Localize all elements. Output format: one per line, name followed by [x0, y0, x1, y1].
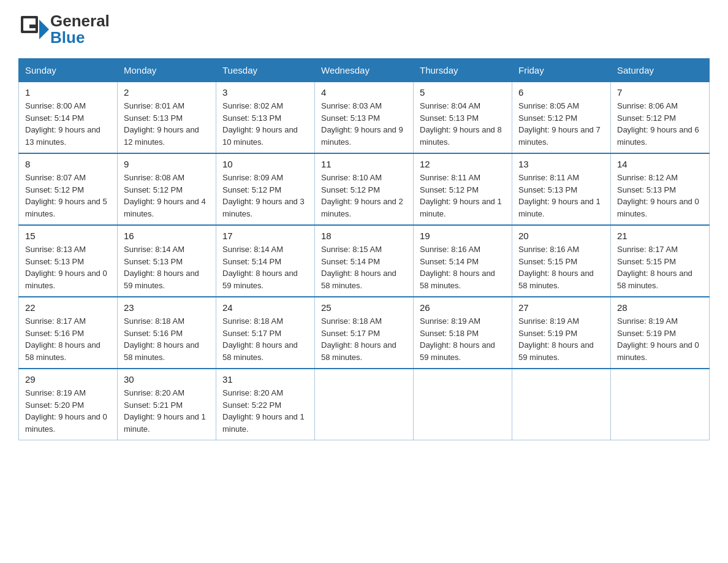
day-info: Sunrise: 8:01 AMSunset: 5:13 PMDaylight:… [124, 100, 210, 148]
day-info: Sunrise: 8:00 AMSunset: 5:14 PMDaylight:… [25, 100, 111, 148]
calendar-cell: 19Sunrise: 8:16 AMSunset: 5:14 PMDayligh… [414, 225, 512, 297]
calendar-cell: 18Sunrise: 8:15 AMSunset: 5:14 PMDayligh… [315, 225, 414, 297]
day-number: 4 [321, 87, 407, 98]
day-number: 21 [617, 231, 703, 241]
calendar-cell: 8Sunrise: 8:07 AMSunset: 5:12 PMDaylight… [19, 153, 118, 225]
day-header-monday: Monday [118, 59, 216, 82]
day-info: Sunrise: 8:19 AMSunset: 5:20 PMDaylight:… [25, 387, 111, 435]
day-info: Sunrise: 8:19 AMSunset: 5:18 PMDaylight:… [420, 315, 506, 363]
day-number: 29 [25, 374, 111, 385]
calendar-cell: 9Sunrise: 8:08 AMSunset: 5:12 PMDaylight… [118, 153, 216, 225]
day-info: Sunrise: 8:06 AMSunset: 5:12 PMDaylight:… [617, 100, 703, 148]
calendar-cell: 7Sunrise: 8:06 AMSunset: 5:12 PMDaylight… [611, 82, 710, 154]
day-info: Sunrise: 8:19 AMSunset: 5:19 PMDaylight:… [617, 315, 703, 363]
day-number: 14 [617, 159, 703, 169]
day-info: Sunrise: 8:16 AMSunset: 5:15 PMDaylight:… [518, 243, 604, 291]
calendar-week-2: 8Sunrise: 8:07 AMSunset: 5:12 PMDaylight… [19, 153, 710, 225]
calendar-cell: 11Sunrise: 8:10 AMSunset: 5:12 PMDayligh… [315, 153, 414, 225]
day-info: Sunrise: 8:07 AMSunset: 5:12 PMDaylight:… [25, 172, 111, 220]
logo-blue-text: Blue [50, 29, 110, 47]
calendar-cell [611, 369, 710, 440]
day-info: Sunrise: 8:18 AMSunset: 5:17 PMDaylight:… [222, 315, 308, 363]
calendar-cell: 1Sunrise: 8:00 AMSunset: 5:14 PMDaylight… [19, 82, 118, 154]
day-number: 13 [518, 159, 604, 169]
day-info: Sunrise: 8:11 AMSunset: 5:13 PMDaylight:… [518, 172, 604, 220]
day-info: Sunrise: 8:18 AMSunset: 5:17 PMDaylight:… [321, 315, 407, 363]
day-info: Sunrise: 8:11 AMSunset: 5:12 PMDaylight:… [420, 172, 506, 220]
calendar-cell: 6Sunrise: 8:05 AMSunset: 5:12 PMDaylight… [512, 82, 611, 154]
calendar-cell [512, 369, 611, 440]
day-info: Sunrise: 8:17 AMSunset: 5:15 PMDaylight:… [617, 243, 703, 291]
day-header-sunday: Sunday [19, 59, 118, 82]
day-number: 10 [222, 159, 308, 169]
day-header-wednesday: Wednesday [315, 59, 414, 82]
calendar-cell: 28Sunrise: 8:19 AMSunset: 5:19 PMDayligh… [611, 297, 710, 369]
calendar-cell: 25Sunrise: 8:18 AMSunset: 5:17 PMDayligh… [315, 297, 414, 369]
day-number: 9 [124, 159, 210, 169]
day-number: 23 [124, 302, 210, 313]
day-info: Sunrise: 8:04 AMSunset: 5:13 PMDaylight:… [420, 100, 506, 148]
calendar-cell: 23Sunrise: 8:18 AMSunset: 5:16 PMDayligh… [118, 297, 216, 369]
calendar-cell: 16Sunrise: 8:14 AMSunset: 5:13 PMDayligh… [118, 225, 216, 297]
day-number: 15 [25, 231, 111, 241]
day-number: 7 [617, 87, 703, 98]
calendar-table: SundayMondayTuesdayWednesdayThursdayFrid… [18, 58, 710, 440]
day-number: 17 [222, 231, 308, 241]
day-number: 3 [222, 87, 308, 98]
day-number: 22 [25, 302, 111, 313]
day-info: Sunrise: 8:18 AMSunset: 5:16 PMDaylight:… [124, 315, 210, 363]
calendar-cell: 4Sunrise: 8:03 AMSunset: 5:13 PMDaylight… [315, 82, 414, 154]
day-number: 6 [518, 87, 604, 98]
day-number: 5 [420, 87, 506, 98]
calendar-week-4: 22Sunrise: 8:17 AMSunset: 5:16 PMDayligh… [19, 297, 710, 369]
day-number: 20 [518, 231, 604, 241]
day-info: Sunrise: 8:15 AMSunset: 5:14 PMDaylight:… [321, 243, 407, 291]
calendar-cell: 12Sunrise: 8:11 AMSunset: 5:12 PMDayligh… [414, 153, 512, 225]
calendar-cell: 31Sunrise: 8:20 AMSunset: 5:22 PMDayligh… [216, 369, 315, 440]
calendar-cell: 2Sunrise: 8:01 AMSunset: 5:13 PMDaylight… [118, 82, 216, 154]
day-number: 26 [420, 302, 506, 313]
calendar-cell: 24Sunrise: 8:18 AMSunset: 5:17 PMDayligh… [216, 297, 315, 369]
calendar-cell: 29Sunrise: 8:19 AMSunset: 5:20 PMDayligh… [19, 369, 118, 440]
calendar-cell: 27Sunrise: 8:19 AMSunset: 5:19 PMDayligh… [512, 297, 611, 369]
day-number: 2 [124, 87, 210, 98]
calendar-cell: 13Sunrise: 8:11 AMSunset: 5:13 PMDayligh… [512, 153, 611, 225]
calendar-cell: 30Sunrise: 8:20 AMSunset: 5:21 PMDayligh… [118, 369, 216, 440]
day-number: 31 [222, 374, 308, 385]
calendar-cell: 20Sunrise: 8:16 AMSunset: 5:15 PMDayligh… [512, 225, 611, 297]
logo-general-text: General [50, 12, 110, 30]
day-info: Sunrise: 8:13 AMSunset: 5:13 PMDaylight:… [25, 243, 111, 291]
calendar-cell: 14Sunrise: 8:12 AMSunset: 5:13 PMDayligh… [611, 153, 710, 225]
calendar-cell: 22Sunrise: 8:17 AMSunset: 5:16 PMDayligh… [19, 297, 118, 369]
day-number: 16 [124, 231, 210, 241]
day-info: Sunrise: 8:10 AMSunset: 5:12 PMDaylight:… [321, 172, 407, 220]
calendar-cell: 10Sunrise: 8:09 AMSunset: 5:12 PMDayligh… [216, 153, 315, 225]
day-info: Sunrise: 8:16 AMSunset: 5:14 PMDaylight:… [420, 243, 506, 291]
calendar-cell: 3Sunrise: 8:02 AMSunset: 5:13 PMDaylight… [216, 82, 315, 154]
calendar-cell: 26Sunrise: 8:19 AMSunset: 5:18 PMDayligh… [414, 297, 512, 369]
day-number: 19 [420, 231, 506, 241]
day-number: 18 [321, 231, 407, 241]
svg-marker-3 [39, 20, 49, 39]
calendar-week-1: 1Sunrise: 8:00 AMSunset: 5:14 PMDaylight… [19, 82, 710, 154]
day-header-thursday: Thursday [414, 59, 512, 82]
day-header-friday: Friday [512, 59, 611, 82]
calendar-cell: 17Sunrise: 8:14 AMSunset: 5:14 PMDayligh… [216, 225, 315, 297]
page-header: General Blue [18, 12, 710, 46]
calendar-cell [414, 369, 512, 440]
calendar-week-5: 29Sunrise: 8:19 AMSunset: 5:20 PMDayligh… [19, 369, 710, 440]
calendar-week-3: 15Sunrise: 8:13 AMSunset: 5:13 PMDayligh… [19, 225, 710, 297]
day-number: 24 [222, 302, 308, 313]
day-info: Sunrise: 8:12 AMSunset: 5:13 PMDaylight:… [617, 172, 703, 220]
day-number: 25 [321, 302, 407, 313]
day-number: 8 [25, 159, 111, 169]
day-header-tuesday: Tuesday [216, 59, 315, 82]
calendar-cell: 21Sunrise: 8:17 AMSunset: 5:15 PMDayligh… [611, 225, 710, 297]
day-info: Sunrise: 8:20 AMSunset: 5:22 PMDaylight:… [222, 387, 308, 435]
calendar-cell: 5Sunrise: 8:04 AMSunset: 5:13 PMDaylight… [414, 82, 512, 154]
calendar-cell: 15Sunrise: 8:13 AMSunset: 5:13 PMDayligh… [19, 225, 118, 297]
day-info: Sunrise: 8:09 AMSunset: 5:12 PMDaylight:… [222, 172, 308, 220]
days-header-row: SundayMondayTuesdayWednesdayThursdayFrid… [19, 59, 710, 82]
day-info: Sunrise: 8:20 AMSunset: 5:21 PMDaylight:… [124, 387, 210, 435]
day-info: Sunrise: 8:03 AMSunset: 5:13 PMDaylight:… [321, 100, 407, 148]
